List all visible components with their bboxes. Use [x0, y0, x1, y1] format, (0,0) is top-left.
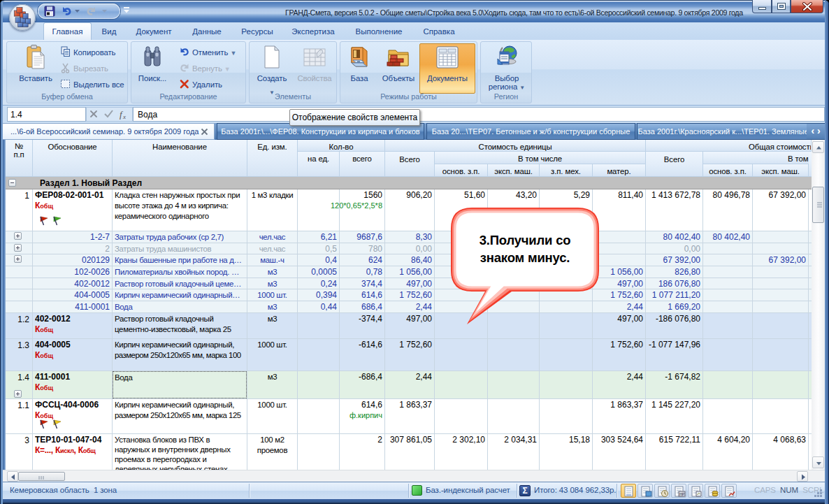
svg-text:HP: HP — [679, 492, 685, 496]
svg-text:x: x — [122, 113, 126, 120]
